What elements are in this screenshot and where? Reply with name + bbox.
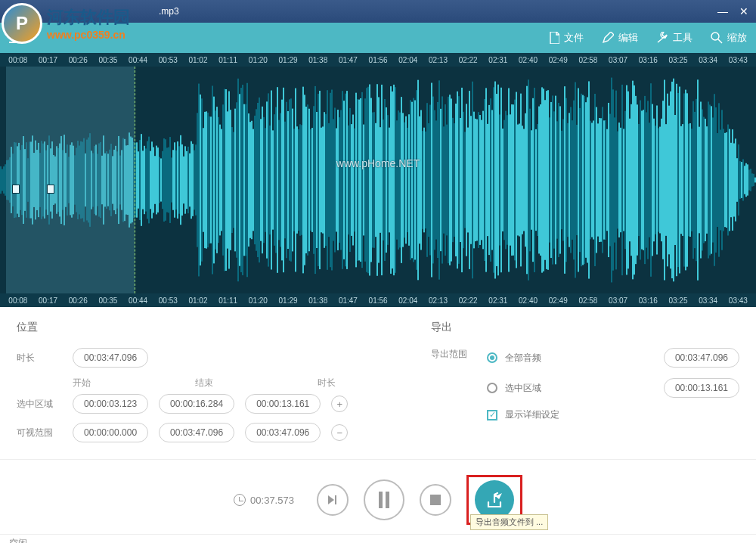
svg-rect-222	[327, 90, 328, 270]
svg-rect-375	[558, 103, 559, 257]
wrench-icon	[656, 32, 668, 44]
svg-rect-154	[224, 89, 225, 272]
ruler-tick: 00:35	[93, 296, 123, 305]
radio-all-audio[interactable]	[487, 352, 497, 363]
svg-rect-351	[522, 126, 523, 234]
ruler-tick: 02:22	[453, 56, 483, 64]
svg-rect-334	[496, 94, 497, 266]
svg-rect-426	[635, 96, 637, 264]
svg-rect-369	[549, 117, 550, 242]
svg-rect-137	[198, 84, 200, 277]
svg-rect-425	[634, 85, 635, 275]
svg-rect-386	[575, 82, 576, 278]
selection-start[interactable]: 00:00:03.123	[73, 394, 148, 414]
svg-rect-235	[346, 91, 348, 269]
svg-rect-178	[260, 119, 262, 240]
close-button[interactable]: ✕	[739, 5, 748, 17]
playhead-marker[interactable]	[135, 67, 135, 293]
svg-rect-136	[197, 113, 198, 247]
svg-rect-325	[482, 111, 484, 250]
svg-rect-263	[389, 128, 390, 233]
svg-rect-365	[543, 88, 544, 272]
svg-rect-141	[204, 112, 206, 248]
svg-rect-344	[511, 104, 513, 256]
svg-rect-322	[478, 112, 479, 248]
svg-rect-454	[677, 93, 679, 267]
selection-length[interactable]: 00:00:13.161	[245, 394, 321, 414]
svg-rect-159	[231, 127, 233, 233]
svg-rect-421	[627, 92, 629, 269]
svg-rect-499	[745, 163, 747, 197]
svg-rect-430	[641, 110, 643, 249]
svg-rect-348	[517, 125, 519, 236]
svg-rect-206	[302, 87, 304, 274]
svg-rect-253	[373, 112, 375, 248]
svg-rect-364	[541, 87, 543, 272]
ruler-tick: 01:11	[213, 56, 243, 64]
svg-rect-486	[726, 132, 727, 228]
svg-rect-280	[414, 101, 416, 260]
toolbar-zoom[interactable]: 缩放	[711, 31, 747, 45]
selection-handle-left[interactable]	[12, 185, 20, 194]
svg-rect-155	[225, 89, 227, 271]
svg-rect-406	[605, 120, 606, 240]
visible-end[interactable]: 00:03:47.096	[159, 423, 234, 442]
watermark-center: www.pHome.NET	[336, 157, 420, 169]
ruler-tick: 00:17	[33, 56, 64, 64]
svg-rect-455	[679, 87, 680, 274]
svg-rect-276	[408, 114, 410, 246]
svg-rect-160	[233, 132, 234, 228]
svg-rect-130	[187, 147, 189, 213]
zoom-in-icon[interactable]: +	[331, 396, 348, 412]
svg-rect-327	[485, 88, 487, 272]
status-text: 空闲	[9, 537, 27, 543]
ruler-tick: 00:44	[123, 56, 153, 64]
svg-rect-215	[316, 112, 318, 248]
svg-rect-271	[401, 97, 402, 263]
svg-rect-273	[404, 123, 405, 238]
svg-rect-250	[369, 85, 370, 276]
waveform-display[interactable]: www.pHome.NET	[0, 67, 756, 293]
checkbox-show-details[interactable]: ✓	[487, 410, 497, 420]
svg-rect-493	[736, 158, 738, 202]
export-range-label: 导出范围	[431, 348, 476, 361]
radio-selection[interactable]	[487, 383, 497, 393]
selection-label: 选中区域	[17, 398, 62, 411]
svg-rect-169	[246, 83, 248, 278]
svg-rect-409	[609, 114, 611, 247]
svg-rect-210	[308, 109, 310, 251]
svg-rect-153	[222, 104, 224, 256]
svg-rect-205	[301, 125, 302, 234]
zoom-out-icon[interactable]: −	[331, 424, 348, 441]
clock-icon	[234, 494, 246, 506]
selection-end[interactable]: 00:00:16.284	[159, 394, 234, 414]
ruler-tick: 03:07	[603, 296, 634, 305]
visible-length[interactable]: 00:03:47.096	[245, 423, 321, 442]
svg-rect-209	[307, 104, 308, 256]
svg-rect-420	[626, 85, 627, 275]
svg-rect-429	[640, 101, 641, 260]
svg-rect-101	[144, 146, 145, 214]
svg-rect-407	[606, 129, 608, 231]
selection-region[interactable]	[6, 67, 135, 293]
minimize-button[interactable]: —	[717, 5, 728, 17]
pause-button[interactable]	[364, 479, 404, 520]
svg-rect-465	[694, 112, 696, 248]
toolbar-file[interactable]: 文件	[549, 31, 584, 45]
duration-label: 时长	[17, 352, 62, 365]
duration-value[interactable]: 00:03:47.096	[73, 348, 148, 368]
svg-rect-249	[367, 87, 369, 273]
toolbar-tools[interactable]: 工具	[656, 31, 692, 45]
skip-button[interactable]	[317, 484, 349, 516]
svg-rect-108	[154, 156, 156, 204]
svg-rect-423	[631, 104, 632, 256]
toolbar-edit[interactable]: 编辑	[602, 31, 638, 45]
svg-rect-243	[358, 100, 360, 261]
selection-handle-right[interactable]	[47, 185, 54, 194]
stop-button[interactable]	[420, 484, 451, 516]
svg-rect-377	[561, 131, 562, 229]
svg-rect-424	[632, 81, 634, 280]
visible-start[interactable]: 00:00:00.000	[73, 423, 148, 442]
svg-rect-97	[138, 151, 139, 208]
svg-rect-468	[699, 127, 700, 234]
